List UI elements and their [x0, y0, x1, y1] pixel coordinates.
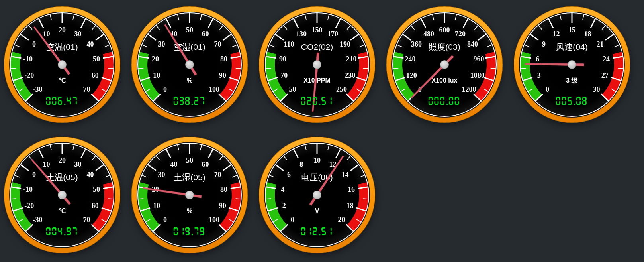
- gauge-title: 土湿(05): [174, 173, 205, 182]
- gauge-照度(03): 012024036048060072084096010801200照度(03)X…: [386, 6, 503, 123]
- tick-label: 4: [281, 185, 285, 193]
- tick-label: 20: [59, 156, 66, 164]
- gauge-unit: ℃: [59, 77, 66, 84]
- tick-label: 60: [202, 160, 209, 168]
- tick-label: 90: [219, 202, 226, 210]
- tick-label: 190: [340, 40, 350, 48]
- tick-label: 8: [299, 160, 303, 168]
- tick-label: 24: [603, 55, 610, 63]
- tick-label: 2: [282, 202, 286, 210]
- tick-label: 0: [32, 171, 36, 179]
- tick-label: 9: [542, 40, 546, 48]
- tick-label: 70: [214, 171, 221, 179]
- tick-label: 30: [158, 40, 165, 48]
- tick-label: 50: [289, 85, 296, 93]
- tick-label: 720: [455, 30, 466, 38]
- gauge-unit: V: [315, 207, 319, 214]
- gauge-unit: X10 PPM: [303, 77, 331, 84]
- tick-label: 90: [219, 71, 226, 79]
- tick-label: 120: [406, 71, 417, 79]
- tick-label: 18: [584, 30, 591, 38]
- tick-label: -30: [33, 216, 43, 224]
- tick-label: 6: [536, 55, 540, 63]
- tick-label: 50: [186, 26, 193, 34]
- gauge-title: 风速(04): [556, 42, 587, 51]
- tick-label: 840: [467, 40, 478, 48]
- tick-label: 40: [86, 171, 94, 179]
- tick-label: 60: [92, 71, 99, 79]
- needle-hub: [440, 61, 449, 69]
- gauge-title: 照度(03): [429, 42, 460, 51]
- tick-label: 90: [279, 55, 286, 63]
- tick-label: 10: [313, 156, 321, 164]
- tick-label: 14: [341, 171, 348, 179]
- gauge-土湿(05): 0102030405060708090100土湿(05)%: [131, 137, 248, 253]
- tick-label: 100: [209, 85, 219, 93]
- tick-label: 250: [336, 85, 347, 93]
- tick-label: 0: [546, 85, 549, 93]
- tick-label: 10: [153, 202, 160, 210]
- tick-label: 3: [537, 71, 541, 79]
- tick-label: 0: [163, 216, 167, 224]
- tick-label: 20: [152, 55, 159, 63]
- tick-label: 15: [568, 26, 575, 34]
- tick-label: 18: [346, 202, 354, 210]
- tick-label: 0: [32, 40, 36, 48]
- gauge-unit: %: [187, 77, 192, 84]
- gauge-CO2(02): 507090110130150170190210230250CO2(02)X10…: [259, 6, 375, 123]
- gauge-title: CO2(02): [301, 42, 333, 51]
- gauge-空温(01): -30-20-10010203040506070空温(01)℃: [4, 6, 120, 123]
- gauge-unit: X100 lux: [432, 77, 458, 84]
- tick-label: 0: [163, 85, 167, 93]
- tick-label: 150: [312, 26, 323, 34]
- needle-hub: [58, 61, 67, 69]
- tick-label: 20: [338, 216, 345, 224]
- tick-label: 30: [593, 85, 600, 93]
- tick-label: 10: [43, 160, 50, 168]
- tick-label: 80: [220, 185, 227, 193]
- tick-label: 60: [92, 202, 99, 210]
- needle-hub: [313, 191, 321, 199]
- tick-label: 50: [186, 156, 193, 164]
- tick-label: 30: [158, 171, 165, 179]
- tick-label: 100: [209, 216, 219, 224]
- tick-label: 1200: [462, 85, 476, 93]
- needle-hub: [186, 191, 194, 199]
- tick-label: 360: [411, 40, 422, 48]
- tick-label: 130: [296, 30, 307, 38]
- tick-label: 30: [74, 160, 82, 168]
- needle-hub: [568, 61, 576, 69]
- tick-label: 230: [345, 71, 355, 79]
- tick-label: 0: [291, 216, 294, 224]
- needle-hub: [186, 61, 194, 69]
- tick-label: 10: [153, 71, 160, 79]
- tick-label: 240: [405, 55, 416, 63]
- tick-label: 40: [170, 160, 178, 168]
- tick-label: -20: [24, 71, 34, 79]
- gauge-unit: %: [187, 207, 192, 214]
- gauge-空湿(01): 0102030405060708090100空湿(01)%: [131, 6, 248, 123]
- gauge-风速(04): 036912151821242730风速(04)3 级: [514, 6, 630, 123]
- tick-label: 60: [202, 30, 209, 38]
- tick-label: 70: [83, 216, 90, 224]
- tick-label: 110: [284, 40, 294, 48]
- tick-label: 80: [220, 55, 227, 63]
- tick-label: 1080: [470, 71, 485, 79]
- tick-label: 50: [93, 185, 100, 193]
- tick-label: 30: [74, 30, 82, 38]
- tick-label: 960: [473, 55, 484, 63]
- tick-label: 12: [553, 30, 560, 38]
- tick-label: 600: [439, 26, 450, 34]
- tick-label: 480: [423, 30, 434, 38]
- gauge-unit: ℃: [59, 207, 66, 214]
- tick-label: -10: [23, 55, 33, 63]
- gauge-dashboard: -30-20-10010203040506070空温(01)℃010203040…: [0, 0, 644, 262]
- tick-label: 27: [601, 71, 609, 79]
- needle-hub: [58, 191, 67, 199]
- tick-label: 70: [280, 71, 288, 79]
- tick-label: 170: [327, 30, 338, 38]
- tick-label: 40: [86, 40, 94, 48]
- tick-label: 21: [596, 40, 603, 48]
- tick-label: 70: [214, 40, 221, 48]
- tick-label: 20: [59, 26, 66, 34]
